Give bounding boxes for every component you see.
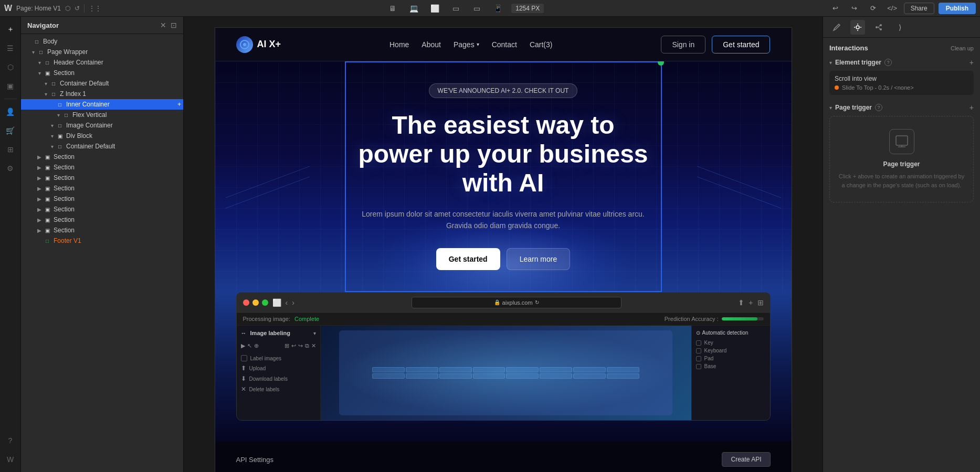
tree-item-flex-vertical[interactable]: ▾ □ Flex Vertical + (21, 110, 183, 120)
share-browser-icon[interactable]: ⬆ (738, 298, 744, 307)
interactions-header: Interactions Clean up (829, 44, 974, 52)
sidebar-item-users[interactable]: 👤 (2, 103, 19, 120)
sidebar-item-pages[interactable]: ☰ (2, 40, 19, 57)
sidebar-item-account[interactable]: W (2, 451, 19, 468)
deco-lines-right (687, 124, 792, 229)
undo-panel-icon[interactable]: ↩ (291, 342, 296, 349)
header-container-icon: □ (43, 60, 51, 66)
cursor-icon[interactable]: ↖ (247, 342, 252, 349)
laptop-view-btn[interactable]: 💻 (406, 1, 421, 16)
tree-item-header-container[interactable]: ▾ □ Header Container (21, 57, 183, 68)
tree-item-section-6[interactable]: ▶ ▣ Section (21, 194, 183, 204)
share-button[interactable]: Share (904, 3, 934, 14)
sidebar-item-ecom[interactable]: 🛒 (2, 122, 19, 139)
inner-container-selected[interactable]: Inner Container WE'VE ANNOUNCED AI+ 2.0.… (345, 61, 662, 292)
mobile-portrait-btn[interactable]: 📱 (490, 1, 505, 16)
browser-address[interactable]: 🔒 aixplus.com ↻ (412, 297, 621, 308)
panel-item-upload[interactable]: ⬆ Upload (241, 363, 316, 373)
chevron-header-container: ▾ (36, 60, 43, 66)
create-api-button[interactable]: Create API (722, 452, 770, 467)
style-icon[interactable] (829, 20, 844, 35)
key-10 (406, 373, 438, 379)
browser-forward-icon[interactable]: › (292, 298, 294, 307)
tree-item-div-block[interactable]: ▾ ▣ Div Block (21, 131, 183, 141)
browser-back-icon[interactable]: ‹ (286, 298, 288, 307)
history-icon[interactable]: ↺ (75, 5, 80, 12)
tree-item-section-3[interactable]: ▶ ▣ Section (21, 162, 183, 173)
delete-panel-icon[interactable]: ✕ (311, 342, 316, 349)
clean-up-button[interactable]: Clean up (951, 45, 974, 51)
tree-item-image-container[interactable]: ▾ □ Image Container + (21, 120, 183, 131)
nav-about[interactable]: About (421, 40, 441, 49)
redo-panel-icon[interactable]: ↪ (298, 342, 303, 349)
tree-item-zindex-1[interactable]: ▾ □ Z Index 1 (21, 89, 183, 99)
panel-item-delete[interactable]: ✕ Delete labels (241, 384, 316, 394)
publish-button[interactable]: Publish (939, 3, 976, 14)
element-trigger-help[interactable]: ? (884, 59, 892, 66)
nav-cart[interactable]: Cart(3) (530, 40, 553, 49)
tree-item-body[interactable]: □ Body (21, 36, 183, 47)
tree-item-section-9[interactable]: ▶ ▣ Section (21, 225, 183, 235)
expand-navigator-icon[interactable]: ⊡ (171, 21, 177, 29)
more-options-icon[interactable]: ⋮⋮ (89, 5, 101, 12)
tree-item-section-4[interactable]: ▶ ▣ Section (21, 173, 183, 183)
sidebar-item-help[interactable]: ? (2, 432, 19, 449)
panel-dropdown-icon[interactable]: ▾ (313, 330, 316, 336)
tree-item-container-default-2[interactable]: ▾ □ Container Default + (21, 141, 183, 152)
settings-panel-icon[interactable] (850, 20, 865, 35)
desktop-view-btn[interactable]: 🖥 (385, 1, 400, 16)
tablet-portrait-btn[interactable]: ▭ (448, 1, 463, 16)
get-started-nav-button[interactable]: Get started (712, 36, 770, 53)
sidebar-item-add[interactable]: ＋ (2, 21, 19, 38)
redo-btn[interactable]: ↪ (847, 1, 862, 16)
nav-contact[interactable]: Contact (492, 40, 517, 49)
tree-item-page-wrapper[interactable]: ▾ □ Page Wrapper (21, 47, 183, 57)
mobile-landscape-btn[interactable]: ▭ (469, 1, 484, 16)
inner-container-add[interactable]: + (177, 101, 181, 108)
element-trigger-chevron[interactable]: ▾ (829, 60, 832, 66)
tree-item-section-8[interactable]: ▶ ▣ Section (21, 214, 183, 225)
nav-home[interactable]: Home (389, 40, 409, 49)
tree-item-section-7[interactable]: ▶ ▣ Section (21, 204, 183, 214)
sidebar-item-settings[interactable]: ⚙ (2, 160, 19, 177)
zoom-icon[interactable]: ⊕ (254, 342, 259, 349)
sidebar-item-assets[interactable]: ▣ (2, 78, 19, 94)
page-trigger-plus[interactable]: + (970, 103, 974, 112)
navigator-header: Navigator ✕ ⊡ (21, 17, 183, 34)
tablet-landscape-btn[interactable]: ⬜ (427, 1, 442, 16)
get-started-hero-button[interactable]: Get started (436, 248, 500, 270)
sidebar-browser-icon[interactable]: ⊞ (757, 298, 764, 307)
sidebar-item-cms[interactable]: ⬡ (2, 59, 19, 76)
element-trigger-plus[interactable]: + (970, 58, 974, 67)
expand-right-icon[interactable]: ⟩ (892, 20, 907, 35)
interactions-panel-icon[interactable] (871, 20, 886, 35)
copy-panel-icon[interactable]: ⧉ (305, 342, 309, 349)
panel-item-download[interactable]: ⬇ Download labels (241, 373, 316, 384)
learn-more-button[interactable]: Learn more (507, 248, 571, 270)
sidebar-item-apps[interactable]: ⊞ (2, 141, 19, 158)
code-btn[interactable]: </> (885, 1, 900, 16)
tree-item-section-1[interactable]: ▾ ▣ Section (21, 68, 183, 78)
section-6-icon: ▣ (43, 196, 51, 202)
reload-icon[interactable]: ↻ (535, 299, 539, 305)
tree-item-container-default-1[interactable]: ▾ □ Container Default (21, 78, 183, 89)
sign-in-button[interactable]: Sign in (661, 36, 705, 53)
nav-pages[interactable]: Pages ▾ (454, 40, 479, 49)
hero-content: WE'VE ANNOUNCED AI+ 2.0. CHECK IT OUT Th… (346, 62, 661, 291)
canvas-area[interactable]: AI X+ Home About Pages ▾ Contact Cart(3)… (184, 17, 823, 472)
close-navigator-icon[interactable]: ✕ (160, 21, 166, 29)
page-trigger-help[interactable]: ? (875, 104, 882, 111)
grid-icon[interactable]: ⊞ (284, 342, 289, 349)
save-icon[interactable]: ⬡ (65, 5, 70, 12)
refresh-btn[interactable]: ⟳ (866, 1, 881, 16)
undo-btn[interactable]: ↩ (828, 1, 843, 16)
play-icon[interactable]: ▶ (241, 342, 245, 349)
page-trigger-chevron[interactable]: ▾ (829, 105, 832, 111)
tree-item-section-2[interactable]: ▶ ▣ Section (21, 152, 183, 162)
container-default-1-label: Container Default (60, 80, 183, 87)
add-tab-icon[interactable]: + (749, 298, 753, 307)
tree-item-inner-container[interactable]: □ Inner Container + (21, 99, 183, 110)
tree-item-footer[interactable]: □ Footer V1 (21, 235, 183, 246)
tree-item-section-5[interactable]: ▶ ▣ Section (21, 183, 183, 194)
expand-panel-icon[interactable]: ↔ (241, 330, 247, 336)
